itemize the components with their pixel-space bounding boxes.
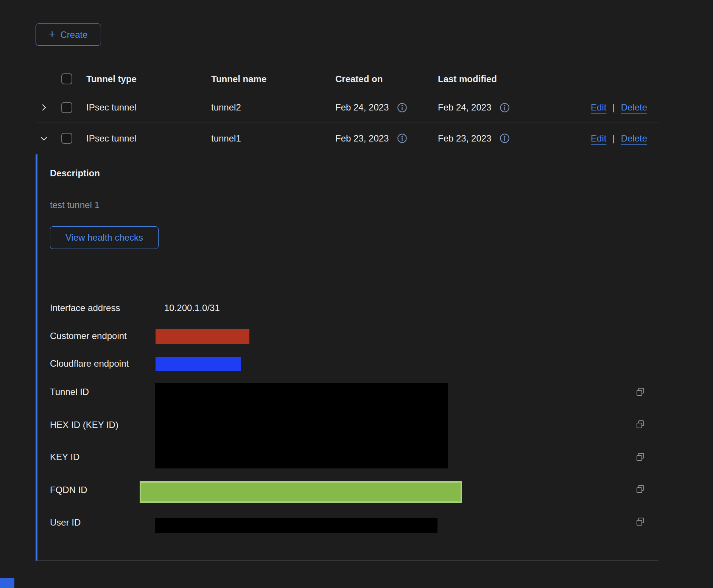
select-all-checkbox[interactable] <box>61 73 72 84</box>
copy-icon[interactable] <box>634 483 646 495</box>
key-id-label: KEY ID <box>50 452 79 462</box>
row-checkbox[interactable] <box>61 133 72 144</box>
info-icon[interactable] <box>397 103 407 113</box>
cell-created-on: Feb 23, 2023 <box>335 133 438 144</box>
hex-id-label: HEX ID (KEY ID) <box>50 420 118 430</box>
tunnel-id-label: Tunnel ID <box>50 387 89 397</box>
interface-address-value: 10.200.1.0/31 <box>164 303 220 313</box>
copy-icon[interactable] <box>634 516 646 528</box>
table-row: IPsec tunnel tunnel2 Feb 24, 2023 Feb 24… <box>36 92 659 123</box>
cloudflare-endpoint-label: Cloudflare endpoint <box>50 358 129 369</box>
chevron-right-icon[interactable] <box>36 99 52 116</box>
table-header-row: Tunnel type Tunnel name Created on Last … <box>36 66 659 92</box>
customer-endpoint-label: Customer endpoint <box>50 331 127 341</box>
view-health-checks-button[interactable]: View health checks <box>50 226 159 249</box>
delete-link[interactable]: Delete <box>621 102 647 113</box>
table-row: IPsec tunnel tunnel1 Feb 23, 2023 Feb 23… <box>36 123 659 154</box>
actions-separator: | <box>612 102 615 113</box>
header-created-on: Created on <box>335 74 438 84</box>
cell-tunnel-name: tunnel2 <box>211 102 335 113</box>
cell-last-modified: Feb 24, 2023 <box>438 102 574 113</box>
cell-last-modified: Feb 23, 2023 <box>438 133 574 144</box>
tunnel-detail-panel: Description test tunnel 1 View health ch… <box>36 154 659 561</box>
copy-icon[interactable] <box>634 386 646 398</box>
fqdn-id-redacted-value <box>140 481 462 503</box>
edit-link[interactable]: Edit <box>591 102 606 113</box>
create-button[interactable]: + Create <box>36 23 101 46</box>
delete-link[interactable]: Delete <box>621 133 647 144</box>
copy-icon[interactable] <box>634 418 646 431</box>
cell-tunnel-type: IPsec tunnel <box>86 133 211 144</box>
bottom-left-accent-bar <box>0 578 14 588</box>
plus-icon: + <box>49 28 56 40</box>
user-id-label: User ID <box>50 517 81 528</box>
description-label: Description <box>50 168 100 179</box>
edit-link[interactable]: Edit <box>591 133 606 144</box>
user-id-redacted-value <box>155 518 437 533</box>
header-tunnel-name: Tunnel name <box>211 74 335 84</box>
last-modified-value: Feb 23, 2023 <box>438 133 491 144</box>
header-tunnel-type: Tunnel type <box>86 74 211 84</box>
customer-endpoint-redacted-value <box>156 329 249 344</box>
row-actions: Edit | Delete <box>591 102 659 113</box>
ids-redacted-value <box>155 383 448 468</box>
description-value: test tunnel 1 <box>50 200 100 210</box>
created-on-value: Feb 23, 2023 <box>335 133 389 144</box>
create-button-label: Create <box>61 30 88 40</box>
row-actions: Edit | Delete <box>591 133 659 144</box>
cell-created-on: Feb 24, 2023 <box>335 102 438 113</box>
header-last-modified: Last modified <box>438 74 574 84</box>
info-icon[interactable] <box>500 103 510 113</box>
last-modified-value: Feb 24, 2023 <box>438 102 491 113</box>
tunnels-page: + Create Tunnel type Tunnel name Created… <box>0 0 713 588</box>
cell-tunnel-name: tunnel1 <box>211 133 335 144</box>
copy-icon[interactable] <box>634 451 646 463</box>
row-checkbox[interactable] <box>61 102 72 113</box>
cell-tunnel-type: IPsec tunnel <box>86 102 211 113</box>
divider <box>50 275 646 275</box>
actions-separator: | <box>612 133 615 144</box>
interface-address-label: Interface address <box>50 303 120 313</box>
fqdn-id-label: FQDN ID <box>50 485 87 495</box>
info-icon[interactable] <box>397 133 407 143</box>
tunnels-table: Tunnel type Tunnel name Created on Last … <box>36 66 659 154</box>
chevron-down-icon[interactable] <box>36 130 52 147</box>
cloudflare-endpoint-redacted-value <box>156 357 241 371</box>
info-icon[interactable] <box>500 133 510 143</box>
created-on-value: Feb 24, 2023 <box>335 102 389 113</box>
